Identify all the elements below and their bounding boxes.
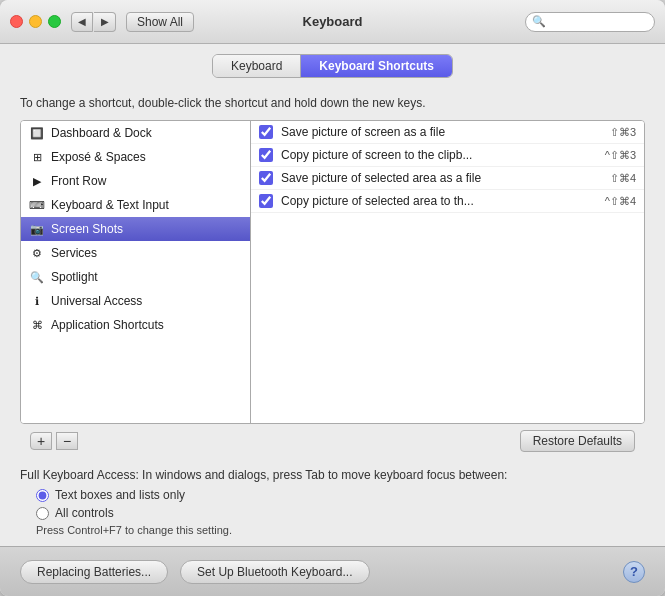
tab-segment: Keyboard Keyboard Shortcuts <box>212 54 453 78</box>
radio-all-controls-input[interactable] <box>36 507 49 520</box>
instructions-text: To change a shortcut, double-click the s… <box>20 96 645 110</box>
titlebar: ◀ ▶ Show All Keyboard 🔍 <box>0 0 665 44</box>
shortcut-label-s3: Save picture of selected area as a file <box>281 171 602 185</box>
keyboard-access-title: Full Keyboard Access: In windows and dia… <box>20 468 645 482</box>
sidebar-icon-dashboard-dock: 🔲 <box>29 125 45 141</box>
sidebar-item-front-row[interactable]: ▶Front Row <box>21 169 250 193</box>
sidebar-icon-expose-spaces: ⊞ <box>29 149 45 165</box>
replacing-batteries-button[interactable]: Replacing Batteries... <box>20 560 168 584</box>
sidebar-item-dashboard-dock[interactable]: 🔲Dashboard & Dock <box>21 121 250 145</box>
shortcut-row-s1: Save picture of screen as a file⇧⌘3 <box>251 121 644 144</box>
shortcut-checkbox-s1[interactable] <box>259 125 273 139</box>
shortcut-checkbox-s4[interactable] <box>259 194 273 208</box>
sidebar-icon-application-shortcuts: ⌘ <box>29 317 45 333</box>
sidebar-label-keyboard-text-input: Keyboard & Text Input <box>51 198 169 212</box>
sidebar-item-universal-access[interactable]: ℹUniversal Access <box>21 289 250 313</box>
add-shortcut-button[interactable]: + <box>30 432 52 450</box>
shortcut-label-s4: Copy picture of selected area to th... <box>281 194 597 208</box>
tab-keyboard-shortcuts[interactable]: Keyboard Shortcuts <box>301 55 452 77</box>
radio-text-only-label: Text boxes and lists only <box>55 488 185 502</box>
sidebar-item-screen-shots[interactable]: 📷Screen Shots <box>21 217 250 241</box>
radio-all-controls-label: All controls <box>55 506 114 520</box>
search-input[interactable] <box>550 15 648 29</box>
sidebar-item-expose-spaces[interactable]: ⊞Exposé & Spaces <box>21 145 250 169</box>
sidebar-icon-keyboard-text-input: ⌨ <box>29 197 45 213</box>
sidebar-label-spotlight: Spotlight <box>51 270 98 284</box>
traffic-lights <box>10 15 61 28</box>
restore-defaults-button[interactable]: Restore Defaults <box>520 430 635 452</box>
nav-buttons: ◀ ▶ <box>71 12 116 32</box>
minimize-button[interactable] <box>29 15 42 28</box>
forward-button[interactable]: ▶ <box>94 12 116 32</box>
sidebar-label-screen-shots: Screen Shots <box>51 222 123 236</box>
sidebar-item-application-shortcuts[interactable]: ⌘Application Shortcuts <box>21 313 250 337</box>
keyboard-access-hint: Press Control+F7 to change this setting. <box>36 524 645 536</box>
search-box: 🔍 <box>525 12 655 32</box>
sidebar-item-keyboard-text-input[interactable]: ⌨Keyboard & Text Input <box>21 193 250 217</box>
left-panel: 🔲Dashboard & Dock⊞Exposé & Spaces▶Front … <box>21 121 251 423</box>
main-content: To change a shortcut, double-click the s… <box>0 86 665 546</box>
radio-all-controls: All controls <box>36 506 645 520</box>
sidebar-icon-services: ⚙ <box>29 245 45 261</box>
sidebar-icon-spotlight: 🔍 <box>29 269 45 285</box>
radio-text-only: Text boxes and lists only <box>36 488 645 502</box>
maximize-button[interactable] <box>48 15 61 28</box>
remove-shortcut-button[interactable]: − <box>56 432 78 450</box>
tab-keyboard[interactable]: Keyboard <box>213 55 301 77</box>
search-icon: 🔍 <box>532 15 546 28</box>
bottom-bar: Replacing Batteries... Set Up Bluetooth … <box>0 546 665 596</box>
sidebar-label-front-row: Front Row <box>51 174 106 188</box>
tab-bar: Keyboard Keyboard Shortcuts <box>0 44 665 86</box>
shortcut-row-s4: Copy picture of selected area to th...^⇧… <box>251 190 644 213</box>
panels-wrapper: 🔲Dashboard & Dock⊞Exposé & Spaces▶Front … <box>20 120 645 458</box>
sidebar-icon-front-row: ▶ <box>29 173 45 189</box>
setup-bluetooth-button[interactable]: Set Up Bluetooth Keyboard... <box>180 560 369 584</box>
window-title: Keyboard <box>303 14 363 29</box>
shortcut-label-s1: Save picture of screen as a file <box>281 125 602 139</box>
sidebar-label-dashboard-dock: Dashboard & Dock <box>51 126 152 140</box>
shortcut-label-s2: Copy picture of screen to the clipb... <box>281 148 597 162</box>
shortcut-checkbox-s3[interactable] <box>259 171 273 185</box>
sidebar-item-services[interactable]: ⚙Services <box>21 241 250 265</box>
sidebar-label-universal-access: Universal Access <box>51 294 142 308</box>
close-button[interactable] <box>10 15 23 28</box>
shortcut-keys-s4: ^⇧⌘4 <box>605 195 636 208</box>
keyboard-access: Full Keyboard Access: In windows and dia… <box>20 468 645 536</box>
panels: 🔲Dashboard & Dock⊞Exposé & Spaces▶Front … <box>20 120 645 424</box>
main-window: ◀ ▶ Show All Keyboard 🔍 Keyboard Keyboar… <box>0 0 665 596</box>
radio-text-only-input[interactable] <box>36 489 49 502</box>
right-panel: Save picture of screen as a file⇧⌘3Copy … <box>251 121 644 423</box>
panel-controls: + − Restore Defaults <box>20 424 645 458</box>
sidebar-label-application-shortcuts: Application Shortcuts <box>51 318 164 332</box>
show-all-button[interactable]: Show All <box>126 12 194 32</box>
shortcut-row-s3: Save picture of selected area as a file⇧… <box>251 167 644 190</box>
sidebar-label-services: Services <box>51 246 97 260</box>
shortcut-row-s2: Copy picture of screen to the clipb...^⇧… <box>251 144 644 167</box>
sidebar-label-expose-spaces: Exposé & Spaces <box>51 150 146 164</box>
shortcut-checkbox-s2[interactable] <box>259 148 273 162</box>
help-button[interactable]: ? <box>623 561 645 583</box>
back-button[interactable]: ◀ <box>71 12 93 32</box>
shortcut-keys-s1: ⇧⌘3 <box>610 126 636 139</box>
sidebar-item-spotlight[interactable]: 🔍Spotlight <box>21 265 250 289</box>
shortcut-keys-s2: ^⇧⌘3 <box>605 149 636 162</box>
shortcut-keys-s3: ⇧⌘4 <box>610 172 636 185</box>
sidebar-icon-universal-access: ℹ <box>29 293 45 309</box>
sidebar-icon-screen-shots: 📷 <box>29 221 45 237</box>
